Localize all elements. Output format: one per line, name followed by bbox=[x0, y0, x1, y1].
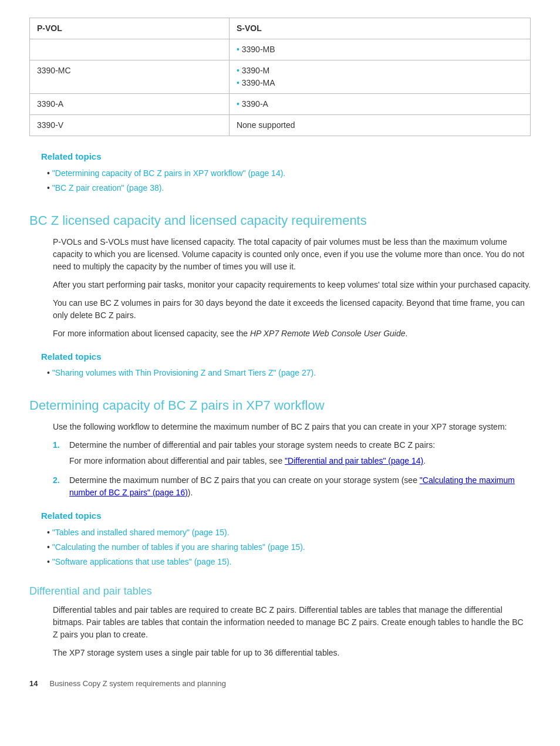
list-item: "BC Z pair creation" (page 38). bbox=[47, 182, 531, 194]
step-item-2: 2.Determine the maximum number of BC Z p… bbox=[53, 474, 531, 499]
page-number: 14 bbox=[29, 678, 38, 690]
related-topics-section-3: Related topics "Tables and installed sha… bbox=[29, 509, 531, 568]
related-topics-section-1: Related topics "Determining capacity of … bbox=[29, 150, 531, 194]
list-item: "Determining capacity of BC Z pairs in X… bbox=[47, 167, 531, 180]
bc-z-title: BC Z licensed capacity and licensed capa… bbox=[29, 211, 531, 230]
bc-z-para-4: For more information about licensed capa… bbox=[53, 328, 531, 340]
related-link[interactable]: "Determining capacity of BC Z pairs in X… bbox=[52, 168, 285, 178]
step-link-2[interactable]: "Calculating the maximum number of BC Z … bbox=[69, 475, 515, 497]
bc-z-section: BC Z licensed capacity and licensed capa… bbox=[29, 211, 531, 340]
bc-z-para-1: P-VOLs and S-VOLs must have licensed cap… bbox=[53, 236, 531, 273]
bc-z-para-3: You can use BC Z volumes in pairs for 30… bbox=[53, 297, 531, 322]
step-sub-1: For more information about differential … bbox=[69, 455, 531, 467]
differential-section: Differential and pair tables Differentia… bbox=[29, 583, 531, 659]
table-header-pvol: P-VOL bbox=[30, 18, 230, 39]
related-topics-list-3: "Tables and installed shared memory" (pa… bbox=[47, 526, 531, 568]
related-topics-title-1: Related topics bbox=[41, 150, 531, 164]
step-content-2: Determine the maximum number of BC Z pai… bbox=[69, 474, 531, 499]
related-link[interactable]: "Tables and installed shared memory" (pa… bbox=[52, 528, 230, 537]
svol-cell: 3390-A bbox=[229, 94, 530, 115]
related-topics-list-1: "Determining capacity of BC Z pairs in X… bbox=[47, 167, 531, 194]
determining-intro: Use the following workflow to determine … bbox=[53, 421, 531, 433]
step-item-1: 1.Determine the number of differential a… bbox=[53, 439, 531, 467]
differential-title: Differential and pair tables bbox=[29, 583, 531, 599]
related-topics-title-3: Related topics bbox=[41, 509, 531, 523]
determining-title: Determining capacity of BC Z pairs in XP… bbox=[29, 396, 531, 415]
svol-cell: None supported bbox=[229, 115, 530, 136]
step-text-1: Determine the number of differential and… bbox=[69, 440, 435, 450]
differential-para-2: The XP7 storage system uses a single pai… bbox=[53, 647, 531, 659]
bc-z-para-2: After you start performing pair tasks, m… bbox=[53, 279, 531, 291]
svol-cell: 3390-MB bbox=[229, 39, 530, 60]
pvol-cell: 3390-V bbox=[30, 115, 230, 136]
list-item: "Software applications that use tables" … bbox=[47, 556, 531, 568]
differential-para-1: Differential tables and pair tables are … bbox=[53, 604, 531, 641]
related-link[interactable]: "Sharing volumes with Thin Provisioning … bbox=[52, 368, 316, 377]
related-link[interactable]: "BC Z pair creation" (page 38). bbox=[52, 183, 164, 193]
determining-capacity-section: Determining capacity of BC Z pairs in XP… bbox=[29, 396, 531, 499]
related-topics-list-2: "Sharing volumes with Thin Provisioning … bbox=[47, 367, 531, 379]
related-topics-section-2: Related topics "Sharing volumes with Thi… bbox=[29, 350, 531, 380]
svol-cell: 3390-M3390-MA bbox=[229, 60, 530, 94]
related-link[interactable]: "Calculating the number of tables if you… bbox=[52, 542, 305, 552]
page-footer: 14 Business Copy Z system requirements a… bbox=[29, 678, 531, 690]
bc-z-italic: HP XP7 Remote Web Console User Guide bbox=[250, 329, 406, 338]
step-number-1: 1. bbox=[53, 439, 63, 467]
table-header-svol: S-VOL bbox=[229, 18, 530, 39]
related-link[interactable]: "Software applications that use tables" … bbox=[52, 557, 232, 566]
steps-list: 1.Determine the number of differential a… bbox=[53, 439, 531, 499]
table-row: 3390-MC3390-M3390-MA bbox=[30, 60, 531, 94]
table-row: 3390-A3390-A bbox=[30, 94, 531, 115]
step-sub-link-1[interactable]: "Differential and pair tables" (page 14) bbox=[285, 456, 423, 465]
list-item: "Tables and installed shared memory" (pa… bbox=[47, 526, 531, 539]
table-row: 3390-VNone supported bbox=[30, 115, 531, 136]
pvol-cell: 3390-A bbox=[30, 94, 230, 115]
footer-text: Business Copy Z system requirements and … bbox=[49, 678, 226, 690]
pvol-svol-table: P-VOL S-VOL 3390-MB3390-MC3390-M3390-MA3… bbox=[29, 18, 531, 136]
list-item: "Calculating the number of tables if you… bbox=[47, 541, 531, 553]
table-row: 3390-MB bbox=[30, 39, 531, 60]
pvol-cell: 3390-MC bbox=[30, 60, 230, 94]
step-content-1: Determine the number of differential and… bbox=[69, 439, 531, 467]
pvol-cell bbox=[30, 39, 230, 60]
related-topics-title-2: Related topics bbox=[41, 350, 531, 364]
step-number-2: 2. bbox=[53, 474, 63, 499]
list-item: "Sharing volumes with Thin Provisioning … bbox=[47, 367, 531, 379]
